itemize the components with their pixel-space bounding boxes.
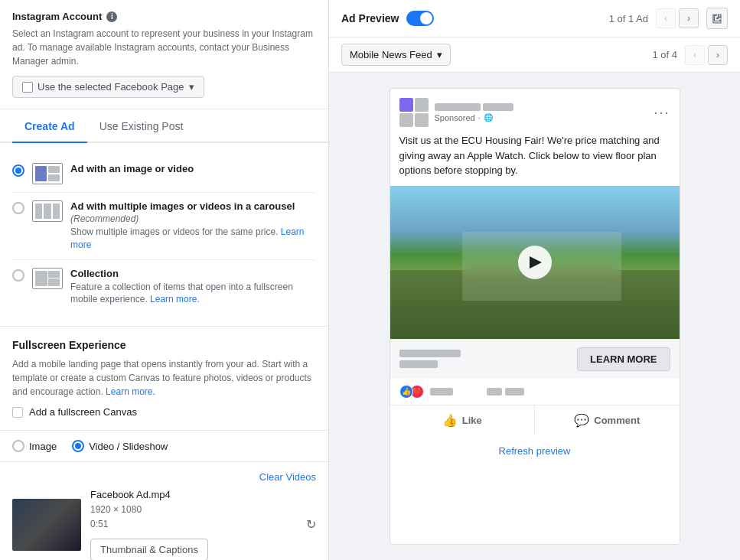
preview-counter: 1 of 1 Ad — [609, 13, 648, 24]
ad-cta-row: LEARN MORE — [390, 339, 680, 379]
placement-counter: 1 of 4 — [652, 49, 677, 60]
format-image[interactable]: Image — [12, 440, 57, 452]
tabs-row: Create Ad Use Existing Post — [0, 109, 328, 143]
preview-next-button[interactable]: › — [679, 8, 699, 28]
tab-use-existing[interactable]: Use Existing Post — [87, 109, 196, 142]
preview-nav: ‹ › — [656, 8, 699, 28]
preview-prev-button[interactable]: ‹ — [656, 8, 676, 28]
fullscreen-checkbox[interactable] — [12, 407, 23, 418]
cta-placeholder-row — [399, 350, 461, 357]
fullscreen-desc: Add a mobile landing page that opens ins… — [12, 357, 316, 399]
ad-type-group: Ad with an image or video Ad with multip… — [12, 155, 316, 314]
fullscreen-desc-text: Add a mobile landing page that opens ins… — [12, 359, 311, 397]
fullscreen-section: Fullscreen Experience Add a mobile landi… — [0, 326, 328, 430]
refresh-preview: Refresh preview — [390, 435, 680, 466]
checkbox-icon — [22, 82, 33, 93]
radio-collection[interactable] — [12, 269, 24, 282]
video-thumb-image — [12, 499, 81, 551]
radio-image-video[interactable] — [12, 164, 24, 177]
placement-bar: Mobile News Feed ▾ 1 of 4 ‹ › — [329, 37, 740, 73]
radio-sublabel-carousel: (Recommended) — [70, 213, 316, 224]
like-label: Like — [462, 415, 482, 426]
ad-identity: Sponsored · 🌐 — [399, 98, 513, 127]
ad-card: Sponsored · 🌐 ··· Visit us at the ECU Ho… — [390, 88, 680, 545]
placement-nav: ‹ › — [685, 45, 728, 65]
ad-page-name-blocks — [435, 103, 513, 111]
placement-chevron-icon: ▾ — [437, 49, 442, 60]
ad-post-text: Visit us at the ECU Housing Fair! We're … — [390, 133, 680, 186]
left-panel: Instagram Account i Select an Instagram … — [0, 0, 329, 560]
radio-label-carousel: Ad with multiple images or videos in a c… — [70, 200, 316, 212]
like-button[interactable]: 👍 Like — [390, 405, 536, 435]
radio-desc-carousel: Show multiple images or videos for the s… — [70, 226, 316, 252]
tab-create-ad-label: Create Ad — [24, 120, 75, 132]
radio-content-image-video: Ad with an image or video — [70, 163, 316, 176]
video-dimensions: 1920 × 1080 — [90, 503, 297, 517]
cta-button[interactable]: LEARN MORE — [577, 347, 670, 371]
play-button[interactable] — [518, 246, 552, 279]
fb-page-label: Use the selected Facebook Page — [37, 81, 184, 93]
placement-label: Mobile News Feed — [350, 49, 432, 60]
play-triangle — [530, 256, 542, 269]
comment-label: Comment — [594, 415, 640, 426]
ad-header: Sponsored · 🌐 ··· — [390, 89, 680, 133]
reactions-count-blocks — [430, 388, 524, 396]
thumbnail-captions-button[interactable]: Thumbnail & Captions — [90, 539, 208, 560]
video-duration: 0:51 — [90, 517, 297, 532]
ad-type-image-video[interactable]: Ad with an image or video — [12, 155, 316, 193]
clear-videos-row: Clear Videos — [12, 471, 316, 483]
fullscreen-checkbox-row: Add a fullscreen Canvas — [12, 406, 316, 418]
radio-desc-collection: Feature a collection of items that open … — [70, 281, 316, 307]
sponsored-row: Sponsored · 🌐 — [435, 113, 513, 122]
clear-videos-link[interactable]: Clear Videos — [259, 471, 316, 483]
more-options-icon[interactable]: ··· — [654, 105, 670, 121]
carousel-desc-text: Show multiple images or videos for the s… — [70, 226, 278, 237]
format-video-radio[interactable] — [72, 440, 84, 452]
toggle-thumb — [420, 12, 432, 24]
instagram-title: Instagram Account i — [12, 11, 316, 22]
collection-learn-more[interactable]: Learn more. — [150, 294, 200, 304]
comment-button[interactable]: 💬 Comment — [535, 405, 680, 435]
sponsored-text: Sponsored — [435, 113, 475, 122]
ad-type-collection[interactable]: Collection Feature a collection of items… — [12, 260, 316, 314]
ad-type-carousel[interactable]: Ad with multiple images or videos in a c… — [12, 193, 316, 260]
refresh-icon[interactable]: ↻ — [306, 517, 316, 532]
fullscreen-learn-more[interactable]: Learn more. — [106, 386, 155, 397]
tab-create-ad[interactable]: Create Ad — [12, 109, 87, 142]
refresh-preview-link[interactable]: Refresh preview — [499, 445, 571, 457]
instagram-description: Select an Instagram account to represent… — [12, 27, 316, 68]
format-video[interactable]: Video / Slideshow — [72, 440, 168, 452]
preview-left: Ad Preview — [341, 11, 434, 26]
cta-placeholder-row2 — [399, 360, 461, 368]
like-reaction-icon: 👍 — [399, 385, 413, 399]
external-link-icon[interactable] — [706, 8, 728, 29]
preview-label: Ad Preview — [341, 12, 399, 24]
format-video-label: Video / Slideshow — [89, 441, 168, 452]
placement-select[interactable]: Mobile News Feed ▾ — [341, 44, 451, 66]
preview-toggle[interactable] — [406, 11, 434, 26]
ad-icon-single — [32, 163, 63, 184]
ad-icon-collection — [32, 268, 63, 289]
like-icon: 👍 — [442, 413, 458, 428]
placement-next-button[interactable]: › — [708, 45, 728, 65]
instagram-title-text: Instagram Account — [12, 11, 102, 22]
info-icon[interactable]: i — [106, 11, 117, 22]
preview-content: Sponsored · 🌐 ··· Visit us at the ECU Ho… — [329, 73, 740, 560]
video-thumbnail — [12, 499, 81, 551]
right-panel: Ad Preview 1 of 1 Ad ‹ › Mobile News Fee… — [329, 0, 740, 560]
ad-options: Ad with an image or video Ad with multip… — [0, 143, 328, 326]
comment-icon: 💬 — [574, 413, 589, 428]
cta-info — [399, 350, 461, 368]
radio-label-image-video: Ad with an image or video — [70, 163, 316, 174]
placement-prev-button[interactable]: ‹ — [685, 45, 705, 65]
videos-section: Clear Videos Facebook Ad.mp4 1920 × 1080… — [0, 461, 328, 560]
sponsored-dot: · — [478, 113, 481, 122]
video-info: Facebook Ad.mp4 1920 × 1080 0:51 Thumbna… — [90, 489, 297, 560]
radio-carousel[interactable] — [12, 202, 24, 214]
format-section: Image Video / Slideshow — [0, 430, 328, 461]
chevron-down-icon: ▾ — [189, 81, 194, 93]
ad-video[interactable] — [390, 186, 680, 339]
format-image-radio[interactable] — [12, 440, 24, 452]
fullscreen-title: Fullscreen Experience — [12, 339, 316, 351]
use-facebook-page-button[interactable]: Use the selected Facebook Page ▾ — [12, 76, 204, 98]
